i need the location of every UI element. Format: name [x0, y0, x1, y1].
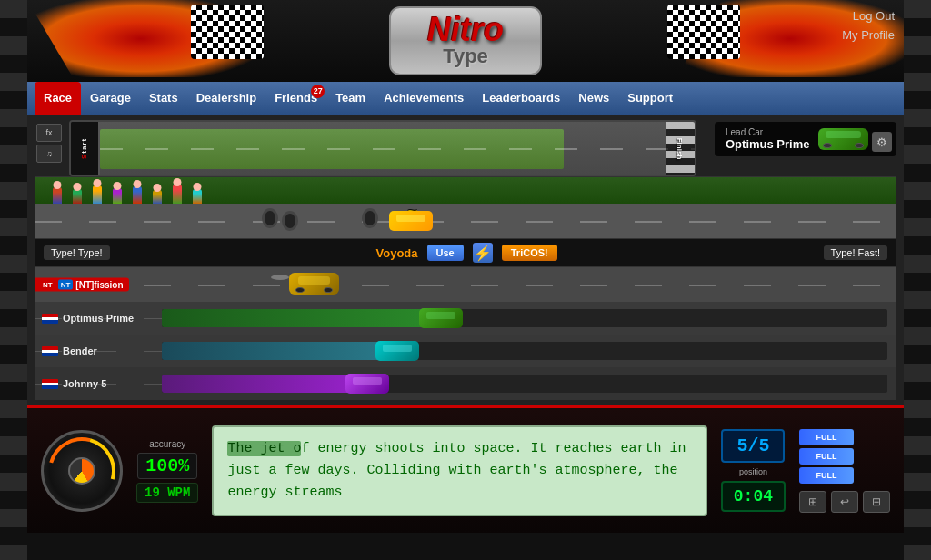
dash-control-prev[interactable]: ⊞ — [799, 491, 826, 513]
logout-link[interactable]: Log Out — [842, 7, 895, 26]
nitro-button[interactable]: TriCOS! — [502, 245, 557, 261]
optimus-progress-area — [162, 305, 896, 331]
spectators-row — [35, 176, 896, 204]
lead-car-info: Lead Car Optimus Prime — [726, 127, 809, 151]
nav-item-race[interactable]: Race — [35, 82, 81, 115]
tire-border-left — [0, 0, 27, 560]
fx-btn[interactable]: fx — [36, 124, 62, 142]
track-road-surface: Finish — [100, 122, 695, 175]
racer-row-johnny5: Johnny 5 — [35, 367, 896, 400]
nav-item-leaderboards[interactable]: Leaderboards — [473, 82, 569, 115]
logo-silver-bg: Nitro Type — [389, 6, 542, 75]
dash-bottom-controls: ⊞ ↩ ⊟ — [799, 491, 890, 513]
spectator-6 — [153, 190, 162, 204]
lead-car-name: Optimus Prime — [726, 137, 809, 151]
type-fast-label: Type! Fast! — [824, 245, 887, 260]
profile-link[interactable]: My Profile — [842, 26, 895, 45]
start-area: Start — [71, 122, 100, 175]
race-section: fx ♫ Start — [27, 115, 904, 405]
dashboard: accuracy 100% 19 WPM The jet of energy s… — [27, 405, 904, 533]
optimus-car — [419, 308, 463, 328]
spectator-1 — [53, 187, 62, 204]
speedo-arc — [35, 425, 127, 516]
lead-car-panel: Lead Car Optimus Prime ⚙ — [715, 122, 896, 156]
nt-badge-blue: NT — [58, 280, 74, 290]
typing-text-display[interactable]: The jet of energy shoots into space. It … — [212, 425, 706, 516]
finish-label: Finish — [676, 137, 685, 159]
nitro-bar-3[interactable]: FULL — [799, 467, 854, 484]
bender-progress-fill — [162, 342, 394, 360]
checkered-right — [667, 5, 740, 59]
accuracy-label: accuracy — [149, 439, 185, 449]
my-racer-badge: NT NT [NT]fission — [35, 278, 129, 292]
player1-car — [389, 211, 433, 231]
position-fraction: 5/5 — [736, 435, 769, 456]
friends-badge: 27 — [311, 85, 325, 98]
racer-row-optimus: Optimus Prime — [35, 302, 896, 335]
my-racer-name: [NT]fission — [75, 280, 123, 290]
logo-nitro: Nitro — [427, 14, 504, 46]
center-word: Voyoda — [376, 246, 418, 260]
checkered-left — [191, 5, 264, 59]
racer-row-bender: Bender — [35, 335, 896, 367]
track-body: Start Finish — [69, 120, 696, 176]
johnny5-progress-area — [162, 371, 896, 396]
road-marking-1 — [35, 221, 896, 223]
finish-label-wrap: Finish — [666, 122, 695, 175]
johnny5-progress-fill — [162, 375, 365, 393]
nav-item-team[interactable]: Team — [326, 82, 375, 115]
position-label: position — [739, 467, 767, 476]
lead-car-label: Lead Car — [726, 127, 809, 137]
nav-item-stats[interactable]: Stats — [140, 82, 187, 115]
music-btn[interactable]: ♫ — [36, 145, 62, 163]
accuracy-section: accuracy 100% 19 WPM — [136, 439, 198, 503]
bender-progress-bg — [162, 342, 887, 360]
settings-btn[interactable]: ⚙ — [872, 132, 892, 152]
tire-2 — [282, 211, 298, 231]
nitro-bar-1[interactable]: FULL — [799, 429, 854, 445]
spectator-7 — [173, 185, 182, 204]
optimus-progress-fill — [162, 309, 437, 327]
car-window — [826, 131, 861, 138]
bender-car — [375, 341, 419, 361]
nav-item-dealership[interactable]: Dealership — [187, 82, 265, 115]
track-wrapper: Start Finish — [69, 120, 696, 176]
logo-center: Nitro Type — [389, 6, 542, 75]
nav-item-support[interactable]: Support — [618, 82, 682, 115]
time-value: 0:04 — [734, 487, 773, 505]
bender-progress-area — [162, 338, 896, 364]
tire-1 — [262, 208, 278, 228]
johnny5-progress-bg — [162, 375, 887, 393]
lead-car-visual — [818, 128, 868, 150]
race-road-1: 🇺🇬 ~Sqljy~ — [35, 204, 896, 238]
start-label: Start — [80, 137, 88, 158]
nitro-bar-2[interactable]: FULL — [799, 448, 854, 465]
spectator-3 — [93, 185, 102, 204]
my-car — [289, 273, 339, 295]
dash-control-back[interactable]: ↩ — [831, 491, 858, 513]
nav-item-friends[interactable]: Friends27 — [265, 82, 326, 115]
type-type-label: Type! Type! — [44, 245, 110, 260]
checkered-pattern-right — [667, 5, 740, 59]
nav-item-news[interactable]: News — [569, 82, 618, 115]
nav-item-garage[interactable]: Garage — [81, 82, 140, 115]
spectator-4 — [113, 188, 122, 204]
position-display: 5/5 — [721, 429, 785, 463]
johnny5-car — [345, 374, 389, 394]
tire-border-right — [904, 0, 931, 560]
lane-marking — [100, 148, 695, 150]
track-text-row: Type! Type! Voyoda Use ⚡ TriCOS! Type! F… — [35, 238, 896, 267]
race-road-2: NT NT [NT]fission — [35, 267, 896, 302]
use-button[interactable]: Use — [427, 245, 464, 261]
typed-chars: The jet o — [227, 441, 301, 456]
car-wheel-back — [855, 143, 864, 148]
nt-badge: NT — [40, 280, 55, 290]
logo-type: Type — [427, 46, 504, 66]
nav-item-achievements[interactable]: Achievements — [375, 82, 473, 115]
boost-icon[interactable]: ⚡ — [473, 243, 493, 263]
car-wheel-front — [823, 143, 832, 148]
left-controls: fx ♫ — [36, 124, 62, 163]
tire-3 — [362, 208, 378, 228]
header-top-right: Log Out My Profile — [842, 7, 895, 45]
dash-control-next[interactable]: ⊟ — [863, 491, 890, 513]
